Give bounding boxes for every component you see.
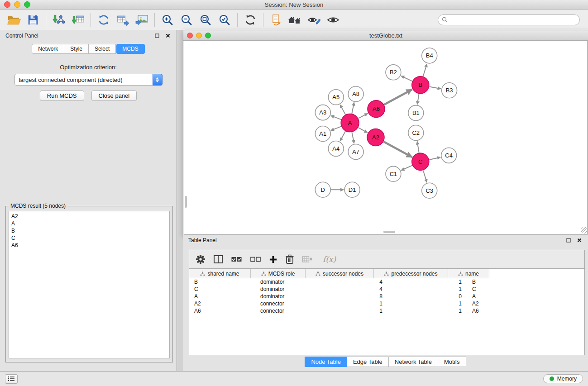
node-C2[interactable]: C2 (408, 125, 424, 141)
memory-button[interactable]: Memory (543, 374, 583, 383)
unselect-all-columns-button[interactable] (250, 255, 261, 263)
tab-edge-table[interactable]: Edge Table (347, 357, 389, 367)
minimize-window-button[interactable] (14, 1, 20, 8)
edge-C-C4[interactable] (429, 157, 440, 160)
edge-A2-C[interactable] (384, 142, 412, 157)
network-maximize-button[interactable] (205, 33, 211, 38)
column-header-successor-nodes[interactable]: successor nodes (306, 269, 374, 278)
function-builder-button[interactable]: f(x) (323, 255, 336, 264)
delete-table-button[interactable] (302, 255, 313, 263)
run-mcds-button[interactable]: Run MCDS (40, 91, 84, 101)
edge-B-B4[interactable] (423, 64, 427, 76)
table-row[interactable]: Adominator80A (189, 293, 584, 300)
delete-column-button[interactable] (285, 254, 294, 264)
export-table-button[interactable] (113, 11, 132, 29)
column-header-predecessor-nodes[interactable]: predecessor nodes (374, 269, 448, 278)
tab-select[interactable]: Select (89, 44, 116, 54)
zoom-selected-button[interactable] (215, 11, 234, 29)
home-button[interactable] (286, 11, 305, 29)
import-network-button[interactable] (49, 11, 68, 29)
node-A8[interactable]: A8 (348, 86, 363, 102)
result-item[interactable]: A6 (11, 242, 167, 249)
result-item[interactable]: B (11, 227, 167, 234)
network-close-button[interactable] (187, 33, 193, 38)
edge-C-C2[interactable] (417, 141, 419, 152)
tab-node-table[interactable]: Node Table (305, 357, 347, 367)
node-B3[interactable]: B3 (442, 83, 457, 98)
column-header-shared-name[interactable]: shared name (189, 269, 251, 278)
maximize-window-button[interactable] (24, 1, 30, 8)
node-C3[interactable]: C3 (422, 183, 437, 198)
edge-A6-B[interactable] (384, 90, 412, 105)
node-A6[interactable]: A6 (368, 100, 385, 118)
create-column-button[interactable] (269, 255, 277, 264)
export-network-button[interactable] (94, 11, 113, 29)
open-session-button[interactable] (5, 11, 24, 29)
zoom-fit-button[interactable] (196, 11, 215, 29)
mcds-result-list[interactable]: A2ABCA6 (9, 211, 170, 358)
horizontal-scrollbar[interactable] (383, 231, 395, 233)
table-float-panel-button[interactable] (565, 237, 572, 243)
node-B4[interactable]: B4 (422, 48, 437, 63)
edge-B-B2[interactable] (401, 76, 412, 81)
table-row[interactable]: A6connector11A6 (189, 307, 584, 315)
tab-network[interactable]: Network (32, 44, 64, 54)
vertical-scrollbar[interactable] (185, 196, 187, 208)
edge-A-A2[interactable] (358, 128, 367, 133)
node-A5[interactable]: A5 (328, 90, 344, 105)
network-window-titlebar[interactable]: testGlobe.txt (183, 30, 588, 41)
refresh-button[interactable] (241, 11, 260, 29)
node-B[interactable]: B (412, 76, 429, 94)
tab-network-table[interactable]: Network Table (389, 357, 438, 367)
network-canvas[interactable]: AA6A2BCA1A3A4A5A7A8B1B2B3B4C1C2C3C4DD1 (184, 41, 588, 234)
node-C1[interactable]: C1 (386, 166, 401, 181)
select-all-columns-button[interactable] (231, 255, 242, 263)
edge-A-A5[interactable] (340, 105, 345, 114)
edge-B-B3[interactable] (429, 86, 441, 89)
node-C[interactable]: C (412, 153, 429, 170)
node-B1[interactable]: B1 (408, 105, 424, 121)
zoom-out-button[interactable] (177, 11, 196, 29)
edge-A-A3[interactable] (331, 115, 341, 119)
node-A7[interactable]: A7 (348, 144, 363, 159)
node-A[interactable]: A (341, 114, 359, 132)
tab-motifs[interactable]: Motifs (438, 357, 466, 367)
search-box[interactable] (438, 14, 580, 25)
save-session-button[interactable] (24, 11, 43, 29)
network-minimize-button[interactable] (196, 33, 202, 38)
edge-B-B1[interactable] (417, 94, 419, 104)
node-A3[interactable]: A3 (315, 105, 330, 120)
node-table-body[interactable]: Bdominator41BCdominator41CAdominator80AA… (189, 278, 584, 355)
network-graph[interactable]: AA6A2BCA1A3A4A5A7A8B1B2B3B4C1C2C3C4DD1 (184, 41, 588, 234)
edge-A-A6[interactable] (359, 114, 368, 119)
zoom-in-button[interactable] (158, 11, 177, 29)
annotation-eye-button[interactable] (305, 11, 324, 29)
table-row[interactable]: Cdominator41C (189, 286, 584, 293)
result-item[interactable]: A2 (11, 213, 167, 220)
edge-A-A1[interactable] (331, 126, 341, 130)
edge-A-A7[interactable] (352, 132, 354, 143)
result-item[interactable]: A (11, 220, 167, 227)
table-row[interactable]: Bdominator41B (189, 278, 584, 286)
node-C4[interactable]: C4 (441, 148, 457, 163)
resize-grip[interactable] (581, 227, 587, 234)
node-A2[interactable]: A2 (367, 129, 384, 146)
show-hide-button[interactable] (324, 11, 343, 29)
column-header-MCDS-role[interactable]: MCDS role (251, 269, 306, 278)
tab-mcds[interactable]: MCDS (116, 44, 144, 54)
import-table-button[interactable] (68, 11, 87, 29)
tab-style[interactable]: Style (64, 44, 89, 54)
close-panel-button[interactable]: Close panel (91, 91, 137, 101)
export-image-button[interactable] (132, 11, 151, 29)
clipboard-button[interactable] (267, 11, 286, 29)
edge-A-A4[interactable] (340, 131, 345, 141)
task-history-button[interactable] (5, 374, 18, 384)
node-B2[interactable]: B2 (386, 65, 401, 80)
column-browser-button[interactable] (213, 255, 223, 264)
table-row[interactable]: A2connector11A2 (189, 300, 584, 307)
node-A1[interactable]: A1 (315, 126, 330, 142)
edge-C-C3[interactable] (423, 170, 427, 182)
close-window-button[interactable] (4, 1, 10, 8)
edge-A-A8[interactable] (352, 102, 354, 114)
table-panel-close-button[interactable] (576, 237, 583, 243)
